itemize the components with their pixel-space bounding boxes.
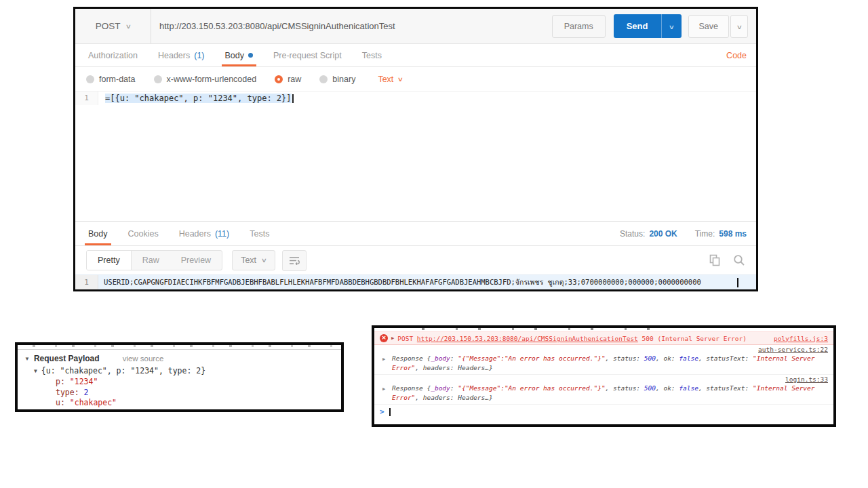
console-error-row: ✕ ▶ POST http://203.150.53.203:8080/api/… <box>374 331 833 345</box>
editor-line: 1 =[{u: "chakapec", p: "1234", type: 2}] <box>75 92 756 105</box>
wrap-text-icon <box>289 256 300 265</box>
send-button[interactable]: Send <box>614 14 661 38</box>
response-format-dropdown[interactable]: Text ∨ <box>232 250 275 270</box>
devtools-console-panel: ✕ ▶ POST http://203.150.53.203:8080/api/… <box>372 325 836 427</box>
property-key: u: <box>56 398 70 407</box>
save-split-button: Save ∨ <box>688 15 749 38</box>
prompt-chevron-icon: > <box>380 407 384 416</box>
text-cursor <box>292 94 294 103</box>
error-source-link[interactable]: polyfills.js:3 <box>767 335 828 342</box>
view-mode-pretty[interactable]: Pretty <box>87 251 132 270</box>
request-payload-panel: ▼ Request Payload view source ▼ {u: "cha… <box>15 342 344 412</box>
request-tabs: AuthorizationHeaders(1)BodyPre-request S… <box>75 44 756 67</box>
property-value: "1234" <box>70 377 98 386</box>
tab-count: (11) <box>215 229 229 239</box>
response-tab-tests[interactable]: Tests <box>239 222 279 245</box>
text-cursor <box>389 408 391 416</box>
payload-object-preview: {u: "chakapec", p: "1234", type: 2} <box>41 366 205 375</box>
tab-pre-request-script[interactable]: Pre-request Script <box>263 44 352 66</box>
payload-object-row[interactable]: ▼ {u: "chakapec", p: "1234", type: 2} <box>34 366 334 375</box>
property-key: p: <box>56 377 70 386</box>
payload-property: type: 2 <box>56 388 334 399</box>
clipped-row <box>18 345 341 350</box>
console-log-entry: auth-service.ts:22▶Response {_body: "{"M… <box>374 345 833 375</box>
request-body-code[interactable]: =[{u: "chakapec", p: "1234", type: 2}] <box>98 92 294 105</box>
radio-x-www-form-urlencoded[interactable]: x-www-form-urlencoded <box>154 75 257 84</box>
radio-raw[interactable]: raw <box>275 75 301 84</box>
desktop-canvas: POST ∨ http://203.150.53.203:8080/api/CM… <box>0 0 868 488</box>
chevron-down-icon: ∨ <box>736 24 742 30</box>
response-status: Status: 200 OK Time: 598 ms <box>620 222 747 245</box>
method-dropdown[interactable]: POST ∨ <box>75 9 151 43</box>
save-options-button[interactable]: ∨ <box>730 15 748 38</box>
expand-triangle-icon[interactable]: ▶ <box>382 355 385 365</box>
error-icon: ✕ <box>380 334 388 342</box>
radio-icon <box>319 75 328 83</box>
radio-icon <box>154 75 162 83</box>
save-button[interactable]: Save <box>688 15 730 38</box>
view-mode-raw[interactable]: Raw <box>132 251 170 270</box>
tab-authorization[interactable]: Authorization <box>78 44 148 66</box>
radio-icon <box>275 75 283 83</box>
chevron-down-icon: ∨ <box>261 257 267 264</box>
response-body-line[interactable]: 1 USERID;CGAPGNGFDIAECIHKFBFMFGADBJEBHFB… <box>75 274 756 289</box>
tab-headers[interactable]: Headers(1) <box>148 44 215 66</box>
log-message: ▶Response {_body: "{"Message":"An error … <box>380 354 828 372</box>
copy-icon[interactable] <box>709 254 721 266</box>
response-tools <box>709 254 745 266</box>
expand-triangle-icon[interactable]: ▶ <box>382 385 385 394</box>
payload-title: Request Payload <box>34 354 100 363</box>
postman-window: POST ∨ http://203.150.53.203:8080/api/CM… <box>73 7 758 291</box>
response-tabs: BodyCookiesHeaders(11)Tests <box>78 222 279 245</box>
request-url-bar: POST ∨ http://203.150.53.203:8080/api/CM… <box>75 9 756 44</box>
chevron-down-icon: ∨ <box>668 24 674 30</box>
log-source-link[interactable]: login.ts:33 <box>785 375 828 383</box>
radio-icon <box>86 75 94 83</box>
line-number: 1 <box>75 92 98 105</box>
chevron-down-icon: ∨ <box>397 76 403 83</box>
response-tab-headers[interactable]: Headers(11) <box>169 222 240 245</box>
expand-triangle-icon[interactable]: ▶ <box>391 336 394 341</box>
wrap-text-button[interactable] <box>282 250 307 271</box>
raw-format-dropdown[interactable]: Text ∨ <box>378 75 403 84</box>
code-link[interactable]: Code <box>726 51 756 60</box>
radio-binary[interactable]: binary <box>319 75 355 84</box>
collapse-triangle-icon[interactable]: ▼ <box>24 356 30 362</box>
response-section-header: BodyCookiesHeaders(11)Tests Status: 200 … <box>75 222 756 246</box>
response-tab-cookies[interactable]: Cookies <box>118 222 169 245</box>
time-value: 598 ms <box>719 229 747 239</box>
text-cursor <box>737 278 738 287</box>
property-key: type: <box>56 388 84 397</box>
response-body-text: USERID;CGAPGNGFDIAECIHKFBFMFGADBJEBHFBAB… <box>98 275 737 289</box>
params-button[interactable]: Params <box>552 15 606 38</box>
collapse-triangle-icon[interactable]: ▼ <box>34 368 37 374</box>
log-source-link[interactable]: auth-service.ts:22 <box>758 346 828 353</box>
radio-form-data[interactable]: form-data <box>86 75 136 84</box>
send-options-button[interactable]: ∨ <box>661 14 682 38</box>
console-log-entry: login.ts:33▶Response {_body: "{"Message"… <box>374 375 833 405</box>
property-value: "chakapec" <box>70 398 117 407</box>
payload-properties: p: "1234"type: 2u: "chakapec" <box>56 377 334 409</box>
tab-body[interactable]: Body <box>215 44 264 66</box>
view-source-link[interactable]: view source <box>123 354 164 363</box>
search-icon[interactable] <box>733 254 745 266</box>
response-view-toolbar: PrettyRawPreview Text ∨ <box>75 246 756 274</box>
unsaved-dot-icon <box>248 53 253 58</box>
send-split-button: Send ∨ <box>614 14 682 38</box>
error-url-link[interactable]: http://203.150.53.203:8080/api/CMSSignin… <box>417 335 638 342</box>
url-input[interactable]: http://203.150.53.203:8080/api/CMSSignin… <box>151 21 552 31</box>
log-message: ▶Response {_body: "{"Message":"An error … <box>380 384 828 402</box>
tab-count: (1) <box>194 51 204 60</box>
error-message: POST http://203.150.53.203:8080/api/CMSS… <box>397 335 747 342</box>
response-line-number: 1 <box>75 275 98 289</box>
body-type-radios: form-datax-www-form-urlencodedrawbinary … <box>75 67 756 92</box>
console-entries: auth-service.ts:22▶Response {_body: "{"M… <box>374 345 833 405</box>
view-mode-group: PrettyRawPreview <box>86 250 222 270</box>
request-body-editor[interactable]: 1 =[{u: "chakapec", p: "1234", type: 2}] <box>75 92 756 222</box>
view-mode-preview[interactable]: Preview <box>170 251 222 270</box>
console-prompt[interactable]: > <box>374 405 833 419</box>
response-tab-body[interactable]: Body <box>78 222 118 245</box>
time-label: Time: <box>695 229 715 239</box>
tab-tests[interactable]: Tests <box>352 44 392 66</box>
status-value: 200 OK <box>649 229 677 239</box>
